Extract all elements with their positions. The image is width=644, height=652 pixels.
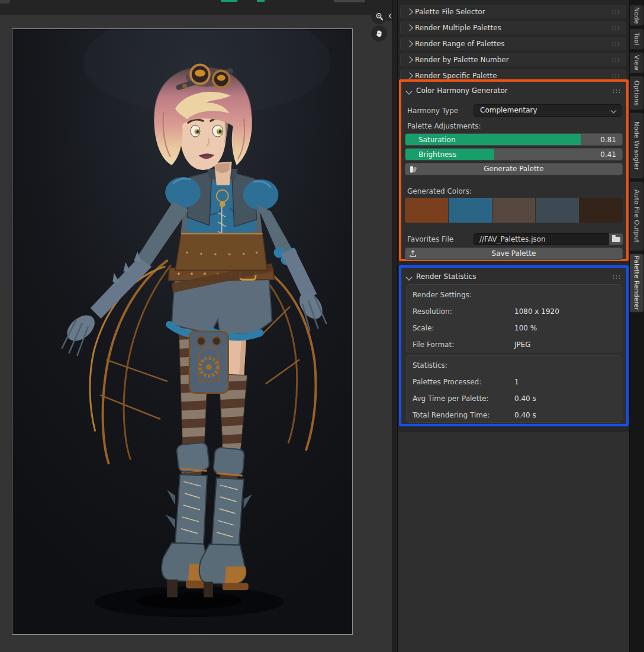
- chevron-right-icon: [406, 56, 413, 63]
- drag-handle-icon[interactable]: [611, 57, 621, 62]
- export-arrow-icon: [408, 249, 417, 262]
- header-fragment: [221, 0, 237, 2]
- color-swatch[interactable]: [536, 198, 579, 223]
- n-panel-sidebar: Palette File Selector Render Multiple Pa…: [398, 0, 629, 652]
- stat-label: Avg Time per Palette:: [413, 394, 489, 403]
- slider-value: 0.81: [600, 134, 616, 146]
- panel-title: Render Range of Palettes: [415, 40, 505, 48]
- magnifier-plus-icon: [375, 12, 384, 21]
- stat-value: JPEG: [514, 341, 531, 349]
- harmony-type-label: Harmony Type: [407, 107, 458, 115]
- harmony-type-dropdown[interactable]: Complementary: [474, 104, 622, 117]
- drag-handle-icon[interactable]: [612, 89, 622, 94]
- rendered-character-image: [12, 28, 353, 635]
- region-divider[interactable]: [392, 0, 398, 652]
- drag-handle-icon[interactable]: [611, 41, 621, 46]
- panel-title: Render by Palette Number: [415, 56, 509, 64]
- drag-handle-icon[interactable]: [612, 275, 622, 280]
- stat-value: 100 %: [514, 324, 537, 332]
- tab-node[interactable]: Node: [630, 5, 644, 26]
- color-swatch[interactable]: [579, 198, 623, 223]
- chevron-down-icon: [405, 88, 412, 94]
- chevron-down-icon: [405, 274, 412, 280]
- color-harmony-panel: Color Harmony Generator Harmony Type Com…: [401, 82, 626, 259]
- render-settings-box: Render Settings: Resolution: 1080 x 1920…: [406, 284, 622, 352]
- statistics-box: Statistics: Palettes Processed: 1 Avg Ti…: [406, 355, 622, 423]
- pan-tool-button[interactable]: [371, 25, 387, 41]
- chevron-right-icon: [406, 8, 413, 15]
- zoom-tool-button[interactable]: [371, 8, 387, 24]
- panel-header-color-harmony-generator[interactable]: Color Harmony Generator: [401, 85, 626, 97]
- stat-label: Total Rendering Time:: [413, 411, 490, 419]
- chevron-right-icon: [406, 72, 413, 79]
- palette-adjustments-label: Palette Adjustments:: [407, 122, 481, 130]
- chevron-right-icon: [406, 40, 413, 47]
- tab-options[interactable]: Options: [630, 76, 644, 110]
- harmony-type-value: Complementary: [480, 106, 537, 114]
- chevron-down-icon: [611, 108, 617, 114]
- generate-palette-button[interactable]: Generate Palette: [405, 163, 623, 175]
- panel-title: Color Harmony Generator: [416, 86, 508, 95]
- panel-header-render-multiple-palettes[interactable]: Render Multiple Palettes: [400, 21, 626, 34]
- header-fragment: [257, 0, 265, 2]
- generated-colors-label: Generated Colors:: [407, 187, 472, 195]
- favorites-file-input[interactable]: //FAV_Palettes.json: [474, 233, 608, 245]
- button-label: Save Palette: [492, 249, 536, 258]
- statistics-heading: Statistics:: [413, 361, 447, 370]
- button-label: Generate Palette: [484, 165, 543, 173]
- tab-palette-renderer[interactable]: Palette Renderer: [630, 253, 644, 313]
- stat-value: 0.40 s: [514, 394, 536, 403]
- favorites-file-label: Favorites File: [407, 235, 453, 243]
- folder-icon: [612, 237, 620, 242]
- stat-label: Scale:: [413, 324, 434, 332]
- hand-icon: [375, 29, 384, 38]
- color-swatch[interactable]: [449, 198, 492, 223]
- viewport-3d: [0, 0, 392, 652]
- panel-title: Render Specific Palette: [415, 72, 497, 80]
- slider-label: Brightness: [418, 149, 456, 160]
- tab-view[interactable]: View: [630, 52, 644, 73]
- saturation-slider[interactable]: Saturation 0.81: [405, 133, 623, 146]
- stat-label: Resolution:: [413, 307, 452, 316]
- sidebar-tab-strip: Node Tool View Options Node Wrangler Aut…: [629, 0, 644, 652]
- render-settings-heading: Render Settings:: [413, 291, 472, 299]
- stat-value: 0.40 s: [514, 411, 536, 419]
- panel-title: Palette File Selector: [415, 8, 485, 16]
- drag-handle-icon[interactable]: [611, 9, 621, 14]
- color-swatch[interactable]: [492, 198, 536, 223]
- panel-header-palette-file-selector[interactable]: Palette File Selector: [400, 5, 626, 18]
- render-statistics-panel: Render Statistics Render Settings: Resol…: [401, 268, 626, 424]
- slider-value: 0.41: [600, 149, 616, 160]
- generated-colors-row: [405, 198, 623, 223]
- brightness-slider[interactable]: Brightness 0.41: [405, 148, 623, 160]
- drag-handle-icon[interactable]: [611, 73, 621, 78]
- stat-label: File Format:: [413, 341, 454, 349]
- tab-tool[interactable]: Tool: [630, 28, 644, 50]
- stat-value: 1080 x 1920: [514, 307, 559, 316]
- header-fragment: [334, 0, 365, 2]
- color-swatch[interactable]: [405, 198, 448, 223]
- drag-handle-icon[interactable]: [611, 25, 621, 30]
- color-harmony-highlight-box: Color Harmony Generator Harmony Type Com…: [399, 79, 629, 261]
- panel-title: Render Multiple Palettes: [415, 24, 501, 32]
- panel-header-render-range-of-palettes[interactable]: Render Range of Palettes: [400, 37, 626, 50]
- panel-header-render-by-palette-number[interactable]: Render by Palette Number: [400, 53, 626, 66]
- save-palette-button[interactable]: Save Palette: [405, 248, 623, 260]
- chevron-right-icon: [406, 24, 413, 31]
- render-statistics-highlight-box: Render Statistics Render Settings: Resol…: [399, 265, 629, 426]
- panel-title: Render Statistics: [416, 272, 476, 281]
- panel-header-render-statistics[interactable]: Render Statistics: [401, 271, 626, 283]
- stat-label: Palettes Processed:: [413, 378, 481, 386]
- stat-value: 1: [514, 378, 519, 386]
- browse-file-button[interactable]: [609, 233, 623, 245]
- viewport-top-strip: [0, 0, 392, 15]
- tab-auto-file-output[interactable]: Auto File Output: [630, 181, 644, 251]
- editor-corner: [0, 0, 10, 4]
- slider-label: Saturation: [418, 134, 456, 146]
- palette-swatches-icon: [408, 165, 418, 178]
- tab-node-wrangler[interactable]: Node Wrangler: [630, 113, 644, 179]
